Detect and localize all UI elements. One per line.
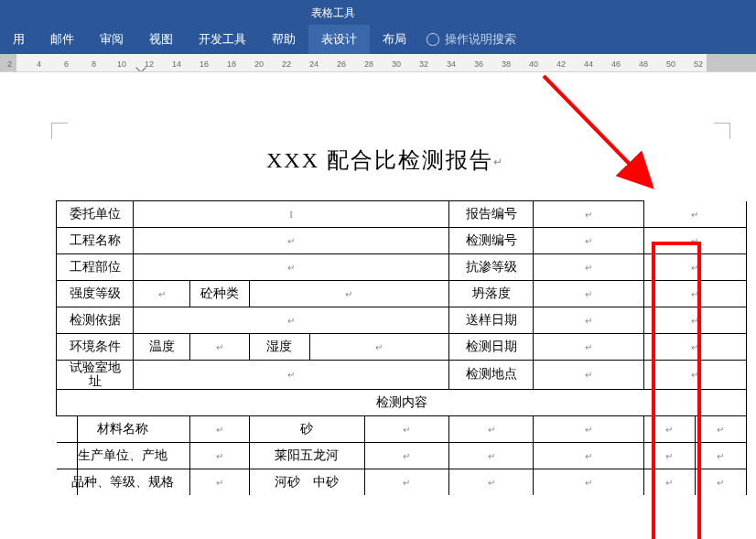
document-canvas[interactable]: XXX 配合比检测报告↵ 委托单位 bbox=[0, 72, 756, 539]
ruler-tick: 26 bbox=[337, 59, 346, 69]
table-cell[interactable]: I bbox=[134, 201, 449, 228]
paragraph-mark-icon: ↵ bbox=[665, 478, 673, 488]
table-cell[interactable]: 委托单位 bbox=[57, 201, 134, 228]
table-cell[interactable]: ↵ bbox=[134, 281, 190, 307]
table-cell[interactable]: 环境条件 bbox=[57, 334, 134, 361]
table-cell[interactable]: ↵ bbox=[190, 334, 249, 361]
paragraph-mark-icon: ↵ bbox=[403, 425, 410, 435]
table-row[interactable]: 委托单位 I 报告编号 ↵ ↵ bbox=[57, 201, 747, 228]
table-cell[interactable]: ↵ bbox=[534, 442, 643, 469]
tab-table-design[interactable]: 表设计 bbox=[308, 25, 370, 54]
table-cell[interactable]: ↵ bbox=[534, 228, 643, 254]
table-cell[interactable]: ↵ bbox=[534, 415, 643, 442]
ruler-tick: 32 bbox=[419, 59, 428, 69]
table-cell[interactable]: 品种、等级、规格 bbox=[57, 469, 190, 495]
table-cell[interactable]: 检测编号 bbox=[449, 228, 534, 254]
table-cell[interactable]: 检测地点 bbox=[449, 361, 534, 390]
table-cell[interactable]: ↵ bbox=[643, 201, 746, 228]
table-cell[interactable]: ↵ bbox=[695, 415, 746, 442]
table-cell[interactable]: 材料名称 bbox=[57, 415, 190, 442]
table-cell[interactable]: 报告编号 bbox=[449, 201, 534, 228]
table-cell[interactable]: 送样日期 bbox=[449, 307, 534, 334]
tell-me-search[interactable]: 操作说明搜索 bbox=[427, 25, 516, 54]
table-cell[interactable]: ↵ bbox=[134, 307, 449, 334]
table-cell[interactable]: 抗渗等级 bbox=[449, 254, 534, 281]
tab-mailings[interactable]: 邮件 bbox=[38, 25, 87, 54]
table-cell[interactable]: 工程名称 bbox=[57, 228, 134, 254]
table-cell[interactable]: ↵ bbox=[643, 334, 746, 361]
table-cell[interactable]: ↵ bbox=[643, 254, 746, 281]
ruler-tick: 30 bbox=[392, 59, 401, 69]
table-cell[interactable]: ↵ bbox=[449, 469, 534, 495]
table-cell[interactable]: ↵ bbox=[134, 254, 449, 281]
table-cell[interactable]: 试验室地 址 bbox=[57, 361, 134, 390]
table-cell[interactable]: ↵ bbox=[309, 334, 448, 361]
table-row[interactable]: 强度等级 ↵ 砼种类 ↵ 坍落度 ↵ ↵ bbox=[57, 281, 747, 307]
table-cell[interactable]: ↵ bbox=[534, 361, 643, 390]
table-cell[interactable]: ↵ bbox=[364, 442, 448, 469]
table-cell[interactable]: 强度等级 bbox=[57, 281, 134, 307]
table-row[interactable]: 检测依据 ↵ 送样日期 ↵ ↵ bbox=[57, 307, 747, 334]
table-row[interactable]: 环境条件 温度 ↵ 湿度 ↵ 检测日期 ↵ ↵ bbox=[57, 334, 747, 361]
paragraph-mark-icon: ↵ bbox=[287, 316, 295, 326]
horizontal-ruler[interactable]: 2 4 6 8 10 12 14 16 18 20 22 24 26 28 30… bbox=[0, 54, 756, 72]
page-margin-corner-icon bbox=[51, 123, 68, 139]
document-table[interactable]: 委托单位 I 报告编号 ↵ ↵ 工程名称 ↵ 检测编号 ↵ ↵ 工程部位 ↵ 抗… bbox=[56, 200, 747, 495]
table-cell[interactable]: ↵ bbox=[449, 442, 534, 469]
table-cell[interactable]: ↵ bbox=[643, 228, 746, 254]
table-cell[interactable]: ↵ bbox=[534, 201, 643, 228]
table-cell[interactable]: ↵ bbox=[643, 415, 695, 442]
table-cell[interactable]: ↵ bbox=[449, 415, 534, 442]
table-row[interactable]: 工程名称 ↵ 检测编号 ↵ ↵ bbox=[57, 228, 747, 254]
table-cell[interactable]: ↵ bbox=[534, 334, 643, 361]
table-cell[interactable]: 温度 bbox=[134, 334, 190, 361]
table-cell[interactable]: ↵ bbox=[695, 442, 746, 469]
table-cell[interactable]: ↵ bbox=[643, 281, 746, 307]
ruler-tick: 14 bbox=[172, 59, 181, 69]
tab-table-layout[interactable]: 布局 bbox=[370, 25, 419, 54]
table-cell[interactable]: 检测内容 bbox=[57, 389, 747, 415]
tab-developer[interactable]: 开发工具 bbox=[186, 25, 259, 54]
table-row[interactable]: 品种、等级、规格 ↵ 河砂 中砂 ↵ ↵ ↵ ↵ ↵ bbox=[57, 469, 747, 495]
table-cell[interactable]: ↵ bbox=[534, 307, 643, 334]
table-cell[interactable]: 砂 bbox=[249, 415, 364, 442]
table-cell[interactable]: ↵ bbox=[695, 469, 746, 495]
tab-help[interactable]: 帮助 bbox=[259, 25, 308, 54]
table-cell[interactable]: 生产单位、产地 bbox=[57, 442, 190, 469]
table-cell[interactable]: ↵ bbox=[643, 307, 746, 334]
table-cell[interactable]: ↵ bbox=[534, 469, 643, 495]
table-row[interactable]: 生产单位、产地 ↵ 莱阳五龙河 ↵ ↵ ↵ ↵ ↵ bbox=[57, 442, 747, 469]
lightbulb-icon bbox=[427, 33, 439, 46]
table-cell[interactable]: ↵ bbox=[190, 442, 249, 469]
table-cell[interactable]: ↵ bbox=[134, 228, 449, 254]
table-cell[interactable]: 湿度 bbox=[249, 334, 309, 361]
table-cell[interactable]: 检测依据 bbox=[57, 307, 134, 334]
table-cell[interactable]: 工程部位 bbox=[57, 254, 134, 281]
tab-review[interactable]: 审阅 bbox=[87, 25, 136, 54]
table-cell[interactable]: ↵ bbox=[534, 281, 643, 307]
table-cell[interactable]: 河砂 中砂 bbox=[249, 469, 364, 495]
table-cell[interactable]: ↵ bbox=[190, 415, 249, 442]
paragraph-mark-icon: ↵ bbox=[403, 478, 410, 488]
table-cell[interactable]: 坍落度 bbox=[449, 281, 534, 307]
table-cell[interactable]: ↵ bbox=[643, 469, 695, 495]
tab-references-partial[interactable]: 用 bbox=[0, 25, 38, 54]
table-cell[interactable]: 检测日期 bbox=[449, 334, 534, 361]
table-cell[interactable]: ↵ bbox=[134, 361, 449, 390]
table-cell[interactable]: ↵ bbox=[643, 442, 695, 469]
table-cell[interactable]: ↵ bbox=[249, 281, 449, 307]
table-cell[interactable]: ↵ bbox=[534, 254, 643, 281]
table-cell[interactable]: ↵ bbox=[643, 361, 746, 390]
table-row[interactable]: 材料名称 ↵ 砂 ↵ ↵ ↵ ↵ ↵ bbox=[57, 415, 747, 442]
table-cell[interactable]: ↵ bbox=[364, 469, 448, 495]
page-title[interactable]: XXX 配合比检测报告↵ bbox=[16, 146, 754, 175]
table-cell[interactable]: 莱阳五龙河 bbox=[249, 442, 364, 469]
table-cell[interactable]: ↵ bbox=[190, 469, 249, 495]
table-row[interactable]: 工程部位 ↵ 抗渗等级 ↵ ↵ bbox=[57, 254, 747, 281]
page[interactable]: XXX 配合比检测报告↵ 委托单位 bbox=[16, 81, 754, 175]
table-cell[interactable]: 砼种类 bbox=[190, 281, 249, 307]
table-row[interactable]: 试验室地 址 ↵ 检测地点 ↵ ↵ bbox=[57, 361, 747, 390]
tab-view[interactable]: 视图 bbox=[136, 25, 186, 54]
table-row[interactable]: 检测内容 bbox=[57, 389, 747, 415]
table-cell[interactable]: ↵ bbox=[364, 415, 448, 442]
